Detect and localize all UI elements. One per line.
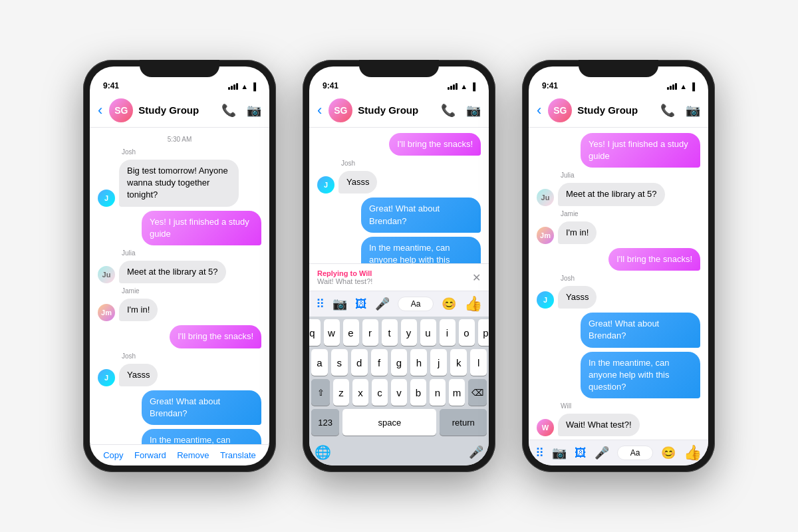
copy-button[interactable]: Copy	[103, 450, 123, 460]
group-avatar-3: SG	[548, 98, 572, 122]
sender-julia-1: Julia	[122, 249, 261, 257]
key-d[interactable]: d	[351, 349, 368, 376]
key-123[interactable]: 123	[311, 409, 339, 436]
call-button-1[interactable]: 📞	[221, 103, 236, 118]
key-z[interactable]: z	[333, 379, 349, 406]
message-row: Ju Meet at the library at 5?	[537, 183, 700, 205]
bubble-7: Great! What about Brendan?	[142, 390, 261, 425]
bubble-1: Big test tomorrow! Anyone wanna study to…	[119, 160, 239, 207]
signal-bars-2	[448, 83, 458, 90]
header-title-2: Study Group	[358, 104, 436, 116]
key-o[interactable]: o	[459, 319, 475, 346]
key-b[interactable]: b	[410, 379, 426, 406]
key-p[interactable]: p	[478, 319, 489, 346]
sender-josh-1: Josh	[122, 148, 261, 156]
key-l[interactable]: l	[470, 349, 487, 376]
forward-button[interactable]: Forward	[134, 450, 166, 460]
key-n[interactable]: n	[430, 379, 446, 406]
key-w[interactable]: w	[324, 319, 340, 346]
bubble-t1: Yes! I just finished a study guide	[581, 133, 700, 168]
camera-icon-3[interactable]: 📷	[552, 446, 567, 460]
back-button-3[interactable]: ‹	[537, 102, 541, 119]
key-r[interactable]: r	[362, 319, 378, 346]
like-button[interactable]: 👍	[464, 295, 482, 313]
key-a[interactable]: a	[311, 349, 328, 376]
kb-bottom: 🌐 🎤	[309, 442, 489, 466]
message-row: J Yasss	[98, 364, 261, 386]
key-space[interactable]: space	[342, 409, 436, 436]
key-v[interactable]: v	[391, 379, 407, 406]
key-j[interactable]: j	[430, 349, 447, 376]
bar2	[450, 86, 452, 90]
key-k[interactable]: k	[450, 349, 467, 376]
bubble-t3: I'm in!	[558, 221, 597, 244]
key-q[interactable]: q	[309, 319, 321, 346]
mic-icon-3[interactable]: 🎤	[595, 446, 609, 460]
bubble-t7: In the meantime, can anyone help with th…	[581, 352, 700, 399]
reply-close-button[interactable]: ✕	[472, 271, 481, 284]
sender-josh-2: Josh	[122, 352, 261, 360]
bubble-5: I'll bring the snacks!	[170, 325, 261, 348]
key-f[interactable]: f	[371, 349, 388, 376]
photo-icon[interactable]: 🖼	[355, 297, 367, 311]
video-button-2[interactable]: 📷	[466, 103, 481, 118]
key-e[interactable]: e	[343, 319, 359, 346]
text-input-toolbar[interactable]: Aa	[398, 297, 434, 311]
sender-jamie-t3: Jamie	[561, 210, 700, 217]
call-button-2[interactable]: 📞	[441, 103, 456, 118]
message-row: Yes! I just finished a study guide	[537, 133, 700, 168]
bar4	[456, 83, 458, 90]
key-m[interactable]: m	[449, 379, 465, 406]
phone-3: 9:41 ▲ ▐ ‹ SG Study Group 📞 📷	[522, 60, 715, 472]
bubble-t5: Yasss	[558, 286, 597, 309]
key-t[interactable]: t	[382, 319, 398, 346]
key-x[interactable]: x	[352, 379, 368, 406]
apps-icon[interactable]: ⠿	[316, 297, 325, 311]
video-button-1[interactable]: 📷	[247, 103, 261, 118]
key-s[interactable]: s	[331, 349, 348, 376]
bubble-p3: Great! What about Brendan?	[361, 198, 481, 232]
key-u[interactable]: u	[420, 319, 436, 346]
bar2	[670, 86, 672, 90]
bubble-t8: Wait! What test?!	[558, 414, 640, 436]
signal-bars-1	[228, 83, 238, 90]
back-button-1[interactable]: ‹	[98, 102, 102, 119]
emoji-icon[interactable]: 😊	[442, 297, 456, 311]
key-c[interactable]: c	[372, 379, 388, 406]
mic-icon[interactable]: 🎤	[375, 297, 390, 311]
mic-kb-button[interactable]: 🎤	[469, 445, 483, 460]
remove-button[interactable]: Remove	[177, 450, 209, 460]
status-time-1: 9:41	[103, 81, 119, 90]
avatar-josh-2: J	[98, 369, 115, 386]
emoji-kb-button[interactable]: 🌐	[315, 444, 331, 460]
notch-1	[140, 60, 219, 77]
wifi-icon-1: ▲	[241, 82, 248, 90]
battery-icon-1: ▐	[251, 82, 256, 90]
sender-will-t3: Will	[561, 402, 700, 410]
photo-icon-3[interactable]: 🖼	[575, 446, 587, 460]
translate-button[interactable]: Translate	[220, 450, 256, 460]
key-i[interactable]: i	[440, 319, 456, 346]
key-h[interactable]: h	[410, 349, 427, 376]
back-button-2[interactable]: ‹	[317, 102, 322, 119]
header-actions-3: 📞 📷	[660, 103, 700, 118]
avatar-josh-1: J	[98, 190, 115, 207]
like-button-3[interactable]: 👍	[684, 444, 702, 462]
emoji-icon-3[interactable]: 😊	[661, 446, 676, 460]
call-button-3[interactable]: 📞	[660, 103, 675, 118]
key-y[interactable]: y	[401, 319, 417, 346]
apps-icon-3[interactable]: ⠿	[535, 446, 544, 460]
video-button-3[interactable]: 📷	[686, 103, 700, 118]
key-g[interactable]: g	[391, 349, 408, 376]
sender-julia-t3: Julia	[561, 172, 700, 179]
key-shift[interactable]: ⇧	[311, 379, 330, 406]
text-input-3[interactable]: Aa	[617, 446, 653, 460]
chat-header-3: ‹ SG Study Group 📞 📷	[529, 93, 708, 128]
camera-icon[interactable]: 📷	[332, 297, 347, 311]
wifi-icon-2: ▲	[460, 82, 467, 90]
key-delete[interactable]: ⌫	[468, 379, 487, 406]
avatar-josh-p2: J	[317, 176, 334, 194]
key-return[interactable]: return	[440, 409, 487, 436]
status-icons-2: ▲ ▐	[448, 82, 475, 90]
bubble-p4: In the meantime, can anyone help with th…	[361, 237, 481, 263]
